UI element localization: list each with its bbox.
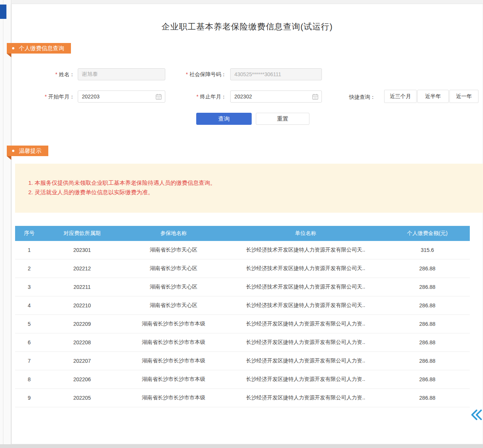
col-header-period: 对应费款所属期 — [43, 230, 121, 237]
table-row: 4 202210 湖南省长沙市天心区 长沙经济技术开发区捷特人力资源开发有限公司… — [15, 296, 470, 315]
section-badge-personal-query: 个人缴费信息查询 — [7, 43, 71, 54]
corner-accent-block — [0, 5, 6, 19]
cell-employer: 长沙经济技术开发区捷特人力资源开发有限公司天.. — [226, 284, 385, 290]
cell-region: 湖南省长沙市天心区 — [121, 265, 226, 272]
tip-line: 1. 本服务仅提供尚未领取企业职工基本养老保险待遇人员的缴费信息查询。 — [28, 178, 216, 187]
cell-period: 202211 — [43, 284, 121, 290]
cell-period: 202212 — [43, 265, 121, 272]
cell-period: 202301 — [43, 247, 121, 253]
col-header-region: 参保地名称 — [121, 230, 226, 237]
bottom-strip — [0, 444, 483, 448]
cell-index: 9 — [15, 395, 43, 401]
badge-bullet-icon — [12, 150, 14, 152]
cell-period: 202208 — [43, 339, 121, 345]
table-header-row: 序号 对应费款所属期 参保地名称 单位名称 个人缴费金额(元) — [15, 226, 470, 241]
cell-region: 湖南省长沙市天心区 — [121, 302, 226, 309]
ssn-label: *社会保障号码： — [166, 71, 226, 78]
quick-query-3months-button[interactable]: 近三个月 — [384, 90, 417, 103]
cell-index: 8 — [15, 376, 43, 382]
table-row: 8 202206 湖南省长沙市长沙市市本级 长沙经济开发区捷特人力资源开发有限公… — [15, 370, 470, 389]
quick-query-label: 快捷查询： — [349, 93, 381, 101]
cell-period: 202210 — [43, 302, 121, 308]
name-label: *姓名： — [15, 71, 75, 78]
cell-amount: 315.6 — [385, 247, 470, 253]
table-row: 7 202207 湖南省长沙市长沙市市本级 长沙经济开发区捷特人力资源开发有限公… — [15, 352, 470, 370]
col-header-amount: 个人缴费金额(元) — [385, 230, 470, 237]
start-month-label: *开始年月： — [15, 93, 75, 100]
cell-employer: 长沙经济技术开发区捷特人力资源开发有限公司天.. — [226, 247, 385, 253]
cell-region: 湖南省长沙市长沙市市本级 — [121, 321, 226, 327]
cell-amount: 286.88 — [385, 321, 470, 327]
badge-label: 温馨提示 — [19, 147, 42, 155]
page-title: 企业职工基本养老保险缴费信息查询(试运行) — [11, 21, 483, 32]
cell-amount: 286.88 — [385, 284, 470, 290]
col-header-employer: 单位名称 — [226, 230, 385, 237]
tip-line: 2. 灵活就业人员的缴费单位信息以实际缴费为准。 — [28, 187, 154, 197]
cell-employer: 长沙经济开发区捷特人力资源开发有限公司人力资.. — [226, 394, 385, 401]
section-badge-tips: 温馨提示 — [7, 146, 48, 156]
reset-button[interactable]: 重置 — [256, 113, 309, 125]
left-rail-divider — [3, 0, 3, 448]
cell-amount: 286.88 — [385, 376, 470, 382]
cell-amount: 286.88 — [385, 302, 470, 308]
table-row: 6 202208 湖南省长沙市长沙市市本级 长沙经济开发区捷特人力资源开发有限公… — [15, 333, 470, 352]
calendar-icon[interactable] — [312, 94, 318, 100]
required-asterisk: * — [186, 71, 188, 77]
cell-employer: 长沙经济技术开发区捷特人力资源开发有限公司天.. — [226, 265, 385, 272]
cell-region: 湖南省长沙市长沙市市本级 — [121, 394, 226, 401]
cell-index: 1 — [15, 247, 43, 253]
cell-region: 湖南省长沙市长沙市市本级 — [121, 376, 226, 383]
cell-period: 202209 — [43, 321, 121, 327]
badge-label: 个人缴费信息查询 — [19, 45, 64, 52]
cell-region: 湖南省长沙市天心区 — [121, 284, 226, 290]
cell-index: 5 — [15, 321, 43, 327]
cell-employer: 长沙经济开发区捷特人力资源开发有限公司人力资.. — [226, 321, 385, 327]
end-month-value: 202302 — [234, 94, 312, 100]
cell-amount: 286.88 — [385, 265, 470, 272]
end-month-field[interactable]: 202302 — [230, 91, 322, 103]
screen: 企业职工基本养老保险缴费信息查询(试运行) 个人缴费信息查询 *姓名： *社会保… — [0, 0, 483, 448]
left-rail — [0, 0, 11, 448]
cell-amount: 286.88 — [385, 395, 470, 401]
ssn-input[interactable] — [230, 68, 322, 80]
table-row: 3 202211 湖南省长沙市天心区 长沙经济技术开发区捷特人力资源开发有限公司… — [15, 278, 470, 296]
cell-region: 湖南省长沙市天心区 — [121, 247, 226, 253]
cell-amount: 286.88 — [385, 358, 470, 364]
cell-amount: 286.88 — [385, 339, 470, 345]
start-month-field[interactable]: 202203 — [78, 91, 165, 103]
table-row: 9 202205 湖南省长沙市长沙市市本级 长沙经济开发区捷特人力资源开发有限公… — [15, 389, 470, 407]
calendar-icon[interactable] — [155, 94, 162, 100]
payment-records-table: 序号 对应费款所属期 参保地名称 单位名称 个人缴费金额(元) 1 202301… — [15, 226, 470, 407]
tips-box: 1. 本服务仅提供尚未领取企业职工基本养老保险待遇人员的缴费信息查询。 2. 灵… — [15, 164, 483, 213]
cell-index: 4 — [15, 302, 43, 308]
required-asterisk: * — [55, 71, 57, 77]
cell-employer: 长沙经济技术开发区捷特人力资源开发有限公司天.. — [226, 302, 385, 309]
cell-region: 湖南省长沙市长沙市市本级 — [121, 357, 226, 364]
required-asterisk: * — [197, 94, 198, 100]
cell-employer: 长沙经济开发区捷特人力资源开发有限公司人力资.. — [226, 357, 385, 364]
cell-region: 湖南省长沙市长沙市市本级 — [121, 339, 226, 346]
cell-index: 2 — [15, 265, 43, 272]
collapse-double-chevron-icon[interactable] — [469, 408, 483, 422]
table-row: 1 202301 湖南省长沙市天心区 长沙经济技术开发区捷特人力资源开发有限公司… — [15, 241, 470, 259]
cell-period: 202205 — [43, 395, 121, 401]
name-input[interactable] — [78, 68, 165, 80]
quick-query-1year-button[interactable]: 近一年 — [449, 90, 478, 103]
table-row: 5 202209 湖南省长沙市长沙市市本级 长沙经济开发区捷特人力资源开发有限公… — [15, 315, 470, 333]
cell-period: 202207 — [43, 358, 121, 364]
cell-index: 3 — [15, 284, 43, 290]
end-month-label: *终止年月： — [166, 93, 226, 100]
start-month-value: 202203 — [82, 94, 155, 100]
cell-period: 202206 — [43, 376, 121, 382]
required-asterisk: * — [45, 94, 47, 100]
cell-employer: 长沙经济开发区捷特人力资源开发有限公司人力资.. — [226, 339, 385, 346]
cell-index: 6 — [15, 339, 43, 345]
table-row: 2 202212 湖南省长沙市天心区 长沙经济技术开发区捷特人力资源开发有限公司… — [15, 259, 470, 278]
quick-query-6months-button[interactable]: 近半年 — [417, 90, 449, 103]
col-header-index: 序号 — [15, 230, 43, 237]
query-button[interactable]: 查询 — [196, 113, 252, 125]
cell-employer: 长沙经济开发区捷特人力资源开发有限公司人力资.. — [226, 376, 385, 383]
cell-index: 7 — [15, 358, 43, 364]
badge-bullet-icon — [12, 47, 14, 49]
